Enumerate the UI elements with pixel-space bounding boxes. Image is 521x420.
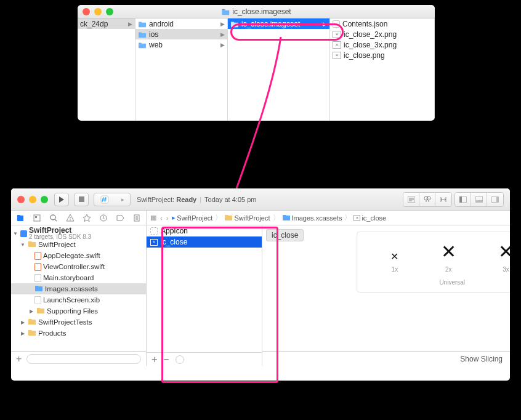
zoom-icon[interactable]	[41, 196, 48, 203]
toggle-navigator-icon[interactable]	[455, 193, 471, 206]
item-label: ic_close.imageset	[241, 20, 300, 28]
disclosure-triangle-icon[interactable]: ▼	[12, 231, 18, 236]
svg-rect-10	[496, 196, 499, 203]
column-view: ck_24dp ▶ android ▶ ios ▶ web ▶	[78, 18, 435, 121]
item-label: ic_close_3x.png	[344, 41, 397, 49]
folder-item-selected[interactable]: ic_close.imageset ▶	[228, 18, 329, 29]
json-icon	[333, 20, 340, 28]
show-slicing-button[interactable]: Show Slicing	[460, 355, 503, 363]
swift-file-icon	[34, 263, 41, 271]
svg-rect-17	[20, 230, 27, 237]
folder-item[interactable]: ck_24dp ▶	[78, 18, 135, 29]
navigator-tabs[interactable]	[11, 211, 146, 225]
breadcrumb[interactable]: ▸SwiftProject〉 SwiftProject〉 Images.xcas…	[172, 213, 386, 222]
slot-1x[interactable]: ✕1x	[390, 251, 398, 273]
crumb[interactable]: ic_close	[361, 214, 386, 222]
issue-navigator-icon[interactable]	[65, 211, 75, 225]
folder-item-selected[interactable]: ios ▶	[135, 29, 227, 39]
navigator-sidebar: ▼ SwiftProject 2 targets, iOS SDK 8.3 ▼ …	[11, 211, 147, 366]
imageset-icon: ×	[150, 239, 158, 246]
remove-asset-button[interactable]: −	[163, 354, 169, 365]
x-glyph-icon: ✕	[390, 251, 398, 262]
run-button[interactable]	[54, 193, 69, 206]
disclosure-triangle-icon[interactable]: ▶	[28, 309, 34, 314]
column-1[interactable]: ck_24dp ▶	[78, 18, 135, 121]
item-label: ic_close_2x.png	[344, 30, 397, 39]
add-button[interactable]: +	[16, 353, 22, 365]
titlebar[interactable]: ic_close.imageset	[78, 5, 435, 18]
disclosure-triangle-icon[interactable]: ▶	[20, 320, 26, 325]
file-node-selected[interactable]: Images.xcassets	[11, 283, 146, 294]
standard-editor-icon[interactable]	[403, 193, 419, 206]
toggle-utilities-icon[interactable]	[487, 193, 503, 206]
asset-item-selected[interactable]: × ic_close	[147, 236, 262, 248]
slot-2x[interactable]: ✕2x	[441, 241, 456, 273]
debug-navigator-icon[interactable]	[99, 211, 109, 225]
group-node[interactable]: ▶SwiftProjectTests	[11, 317, 146, 328]
crumb[interactable]: SwiftProject	[234, 214, 270, 222]
column-3[interactable]: ic_close.imageset ▶	[228, 18, 330, 121]
zoom-icon[interactable]	[106, 8, 113, 15]
file-node[interactable]: LaunchScreen.xib	[11, 294, 146, 305]
swift-file-icon	[34, 252, 41, 260]
node-label: Main.storyboard	[43, 274, 94, 281]
node-label: Images.xcassets	[45, 285, 98, 293]
symbol-navigator-icon[interactable]	[31, 211, 42, 225]
stop-button[interactable]	[74, 193, 89, 206]
column-2[interactable]: android ▶ ios ▶ web ▶	[135, 18, 228, 121]
toolbar[interactable]: ▸ SwiftProject: Ready | Today at 4:05 pm	[11, 188, 510, 211]
asset-footer: + −	[147, 352, 262, 366]
file-item[interactable]: Contents.json	[330, 18, 434, 29]
find-navigator-icon[interactable]	[48, 211, 59, 225]
asset-item[interactable]: AppIcon	[147, 225, 262, 236]
version-editor-icon[interactable]	[435, 193, 451, 206]
slot-3x[interactable]: ✕3x	[498, 241, 510, 273]
minimize-icon[interactable]	[94, 8, 102, 15]
breakpoint-navigator-icon[interactable]	[115, 211, 126, 225]
back-button[interactable]: ‹	[160, 214, 163, 222]
folder-item[interactable]: web ▶	[135, 39, 227, 50]
test-navigator-icon[interactable]	[82, 211, 92, 225]
asset-filter[interactable]	[176, 355, 184, 364]
asset-catalog-list[interactable]: AppIcon × ic_close + −	[147, 225, 262, 366]
disclosure-triangle-icon[interactable]: ▼	[20, 242, 26, 248]
svg-point-14	[70, 219, 71, 220]
finder-window: ic_close.imageset ck_24dp ▶ android ▶ io…	[78, 5, 435, 121]
project-tree[interactable]: ▼ SwiftProject 2 targets, iOS SDK 8.3 ▼ …	[11, 225, 146, 351]
assistant-editor-icon[interactable]	[419, 193, 435, 206]
add-asset-button[interactable]: +	[151, 354, 157, 365]
file-item[interactable]: × ic_close_3x.png	[330, 39, 434, 50]
crumb[interactable]: Images.xcassets	[292, 214, 342, 222]
crumb[interactable]: SwiftProject	[177, 214, 212, 222]
activity-viewer[interactable]: SwiftProject: Ready | Today at 4:05 pm	[137, 196, 397, 203]
file-node[interactable]: ViewController.swift	[11, 261, 146, 272]
canvas-main[interactable]: ic_close ✕1x ✕2x ✕3x Universal	[262, 225, 510, 351]
close-icon[interactable]	[17, 196, 25, 203]
project-navigator-icon[interactable]	[15, 211, 25, 225]
forward-button[interactable]: ›	[166, 214, 169, 222]
file-item[interactable]: × ic_close_2x.png	[330, 29, 434, 39]
jump-bar[interactable]: ▦ ‹ › ▸SwiftProject〉 SwiftProject〉 Image…	[147, 211, 510, 225]
disclosure-triangle-icon[interactable]: ▶	[20, 331, 26, 336]
editor-mode-segment[interactable]	[403, 192, 452, 207]
report-navigator-icon[interactable]	[132, 211, 142, 225]
column-4[interactable]: Contents.json × ic_close_2x.png × ic_clo…	[330, 18, 435, 121]
group-node[interactable]: ▼ SwiftProject	[11, 239, 146, 250]
filter-field[interactable]	[26, 354, 141, 364]
minimize-icon[interactable]	[29, 196, 36, 203]
file-item[interactable]: × ic_close.png	[330, 50, 434, 60]
file-node[interactable]: AppDelegate.swift	[11, 250, 146, 261]
group-node[interactable]: ▶Products	[11, 328, 146, 339]
related-items-icon[interactable]: ▦	[150, 214, 156, 222]
folder-icon	[230, 20, 239, 28]
project-node[interactable]: ▼ SwiftProject 2 targets, iOS SDK 8.3	[11, 228, 146, 239]
scheme-selector[interactable]: ▸	[94, 193, 131, 206]
toggle-debug-icon[interactable]	[471, 193, 487, 206]
file-node[interactable]: Main.storyboard	[11, 272, 146, 283]
group-node[interactable]: ▶Supporting Files	[11, 305, 146, 317]
status-state: Ready	[176, 196, 196, 203]
folder-item[interactable]: android ▶	[135, 18, 227, 29]
view-segment[interactable]	[454, 192, 504, 207]
svg-rect-8	[475, 200, 483, 203]
close-icon[interactable]	[83, 8, 90, 15]
